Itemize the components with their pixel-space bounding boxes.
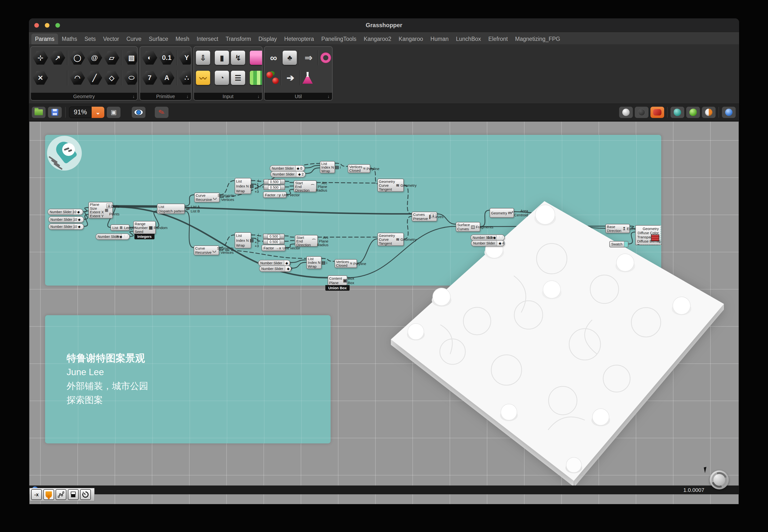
output-port-label[interactable]: Arc [317, 236, 328, 239]
input-port-label[interactable]: Factor [265, 193, 276, 197]
component-list-length[interactable]: List≣Length [110, 224, 129, 231]
integer-icon[interactable]: 7 [142, 71, 157, 85]
custom-preview-button[interactable] [702, 107, 716, 118]
output-port-label[interactable]: Vertices [218, 198, 234, 201]
zoom-control[interactable]: 91% ⌄ [69, 107, 104, 118]
value-list-icon[interactable]: ☰ [231, 71, 245, 85]
plane-icon[interactable]: ▱ [104, 51, 119, 65]
selected-only-green-button[interactable] [686, 107, 700, 118]
data-icon[interactable]: ∴ [179, 71, 191, 85]
component-extrude[interactable]: BaseDirection↥Extrusion [606, 224, 630, 233]
component-arc-sed-top[interactable]: StartEndDirection⌒ArcPlaneRadius [294, 180, 317, 192]
tab-kangaroo[interactable]: Kangaroo [395, 34, 427, 44]
tab-display[interactable]: Display [255, 34, 280, 44]
input-port-label[interactable]: Recursive [195, 251, 212, 254]
tab-sets[interactable]: Sets [81, 34, 99, 44]
number-slider[interactable]: Number Slider10 ◆ [48, 216, 84, 223]
output-port-label[interactable]: Area [514, 209, 528, 213]
component-explode-bottom[interactable]: CurveRecursive◡SegmentsVertices [194, 245, 219, 255]
input-port-label[interactable]: Geometry [379, 180, 395, 183]
input-port-label[interactable]: Curve [379, 184, 395, 187]
output-port-label[interactable]: Polyline [367, 167, 380, 171]
geometry-param-icon[interactable]: ⊹ [33, 51, 48, 65]
output-port-label[interactable]: Box [348, 277, 354, 280]
input-port-label[interactable]: Geometry [379, 234, 395, 237]
input-port-label[interactable]: Tangent [379, 187, 395, 191]
sketch-tool-button[interactable]: ✎ [155, 107, 168, 118]
input-port-label[interactable]: Closed [349, 169, 362, 172]
vector-icon[interactable]: ↗ [50, 51, 65, 65]
component-shift-bottom[interactable]: ListIndex NWrap▤i+1+2+3 [235, 232, 251, 248]
path-icon[interactable]: Y [179, 51, 191, 65]
tab-heteroptera[interactable]: Heteroptera [281, 34, 318, 44]
tab-kangaroo2[interactable]: Kangaroo2 [360, 34, 395, 44]
scribble-icon[interactable]: 〰 [196, 71, 210, 85]
input-port-label[interactable]: Content [329, 277, 342, 280]
tab-elefront[interactable]: Elefront [485, 34, 511, 44]
open-file-button[interactable] [32, 107, 46, 118]
input-port-label[interactable]: Closed [336, 264, 349, 267]
input-port-label[interactable]: End [295, 185, 310, 188]
number-slider[interactable]: Number Slider8 ◆ [95, 233, 130, 240]
output-port-label[interactable]: +3 [255, 190, 259, 193]
component-polyline-bottom[interactable]: VerticesClosed≈Polyline [335, 259, 357, 268]
output-port-label[interactable]: Geometry [400, 184, 417, 187]
output-port-label[interactable]: Length [124, 226, 135, 230]
input-port-label[interactable]: Surface [457, 223, 470, 227]
toggle-icon[interactable]: ▮ [215, 51, 229, 65]
slider-track[interactable]: 8 ◆ [121, 234, 129, 239]
component-flow-top[interactable]: GeometryCurveTangent≋Geometry [377, 179, 404, 192]
output-port-label[interactable]: Segments [218, 194, 234, 197]
selected-only-teal-button[interactable] [671, 107, 684, 118]
spiral-icon[interactable]: @ [87, 51, 102, 65]
number-slider[interactable]: Number Slider◆ 2 [259, 266, 292, 272]
component-unit-x[interactable]: Factor→xUnit vector [262, 245, 286, 251]
input-port-label[interactable]: Curve [196, 194, 212, 197]
output-port-label[interactable]: Geometry [400, 238, 417, 241]
input-port-label[interactable]: Direction [607, 229, 621, 232]
line-icon[interactable]: ╱ [87, 71, 102, 85]
number-slider[interactable]: Number Slider◆ 2 [270, 171, 306, 177]
output-port-label[interactable]: Radius [316, 188, 327, 192]
component-shift-top[interactable]: ListIndex NWrap▤i+1+2+3 [235, 178, 251, 194]
cylinder-icon[interactable]: ⬭ [124, 71, 138, 85]
preview-wireframe-button[interactable] [635, 107, 649, 118]
output-port-label[interactable]: +1 [255, 182, 259, 186]
input-port-label[interactable]: Index N [236, 239, 249, 242]
tab-vector[interactable]: Vector [99, 34, 123, 44]
input-port-label[interactable]: Vertices [349, 165, 362, 169]
output-port-label[interactable]: Polyline [353, 262, 366, 266]
hide-sliders-button[interactable] [68, 489, 79, 500]
component-polyline-top[interactable]: VerticesClosed≈Polyline [348, 164, 370, 173]
box-icon[interactable]: ▧ [124, 51, 138, 65]
tab-transform[interactable]: Transform [222, 34, 255, 44]
output-port-label[interactable]: Vertices [217, 251, 234, 254]
relay-icon[interactable]: ⇒ [302, 51, 316, 65]
input-port-label[interactable]: Extent Y [90, 214, 104, 218]
tab-params[interactable]: Params [31, 34, 58, 44]
input-port-label[interactable]: Index N [321, 165, 334, 169]
number-slider[interactable]: Number Slider10 ◆ [47, 209, 83, 215]
input-port-label[interactable]: Wrap [308, 265, 321, 268]
output-port-label[interactable]: Arc [316, 181, 327, 185]
group-expand-icon[interactable]: ↓ [132, 94, 135, 99]
slider-track[interactable]: 10 ◆ [74, 217, 83, 222]
boolean-icon[interactable]: ◐ [142, 51, 157, 65]
input-port-label[interactable]: Extent X [90, 210, 104, 214]
output-port-label[interactable]: +3 [255, 244, 259, 248]
tab-magnetizing_fpg[interactable]: Magnetizing_FPG [511, 34, 564, 44]
input-port-label[interactable]: End [296, 239, 311, 243]
output-port-label[interactable]: i [326, 261, 327, 265]
group-expand-icon[interactable]: ↓ [186, 94, 188, 99]
component-explode-top[interactable]: CurveRecursive◡SegmentsVertices [194, 193, 220, 202]
tab-intersect[interactable]: Intersect [193, 34, 222, 44]
panel-capsule[interactable]: 0.500 [263, 239, 285, 244]
symmetry-icon[interactable]: ◇ [104, 71, 119, 85]
output-port-label[interactable]: Radius [317, 243, 328, 247]
titlebar[interactable]: Grasshopper [29, 18, 739, 32]
input-port-label[interactable]: Curves [413, 213, 428, 216]
tab-mesh[interactable]: Mesh [172, 34, 193, 44]
tab-curve[interactable]: Curve [123, 34, 145, 44]
component-square-grid[interactable]: PlaneSizeExtent XExtent Y⊞CellsPoints⇓ [88, 202, 113, 219]
galapagos-icon[interactable] [267, 72, 279, 84]
